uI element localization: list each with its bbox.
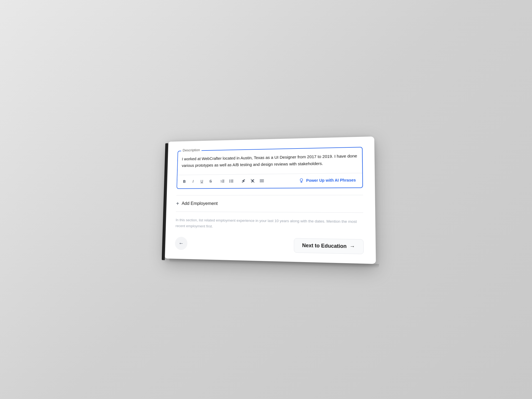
svg-point-4 xyxy=(229,180,230,180)
next-label: Next to Education xyxy=(302,243,347,250)
description-content[interactable]: I worked at WebCrafter located in Austin… xyxy=(177,147,362,175)
italic-button[interactable]: I xyxy=(189,177,197,186)
ai-button-label: Power Up with AI Phrases xyxy=(306,178,356,183)
bold-button[interactable]: B xyxy=(180,177,188,186)
strikethrough-button[interactable]: S xyxy=(206,177,215,186)
underline-button[interactable]: U xyxy=(198,177,206,186)
plus-icon: + xyxy=(176,201,179,206)
add-employment-label: Add Employement xyxy=(181,201,218,206)
divider-top xyxy=(176,195,363,196)
link-button[interactable] xyxy=(239,177,248,186)
align-button[interactable] xyxy=(257,177,266,185)
next-button[interactable]: Next to Education → xyxy=(294,238,364,254)
next-arrow-icon: → xyxy=(350,244,355,250)
add-employment-row[interactable]: + Add Employement xyxy=(176,201,363,207)
ai-phrases-button[interactable]: Power Up with AI Phrases xyxy=(296,176,359,185)
ordered-list-button[interactable]: 1. xyxy=(218,177,227,185)
toolbar-separator-1 xyxy=(216,179,217,184)
svg-point-5 xyxy=(229,181,230,181)
description-field: Description I worked at WebCrafter locat… xyxy=(177,147,363,189)
lightbulb-icon xyxy=(299,178,304,183)
unlink-button[interactable] xyxy=(248,177,257,185)
field-label: Description xyxy=(181,148,202,152)
main-card: Description I worked at WebCrafter locat… xyxy=(164,137,376,264)
back-arrow-icon: ← xyxy=(178,240,184,247)
divider-bottom xyxy=(176,212,363,213)
svg-point-6 xyxy=(229,182,230,183)
back-button[interactable]: ← xyxy=(175,237,188,250)
navigation-row: ← Next to Education → xyxy=(175,236,364,254)
unordered-list-button[interactable] xyxy=(227,177,236,185)
helper-text: In this section, list related employment… xyxy=(175,217,364,231)
toolbar-separator-2 xyxy=(237,178,237,184)
formatting-toolbar: B I U S 1. xyxy=(177,173,362,188)
